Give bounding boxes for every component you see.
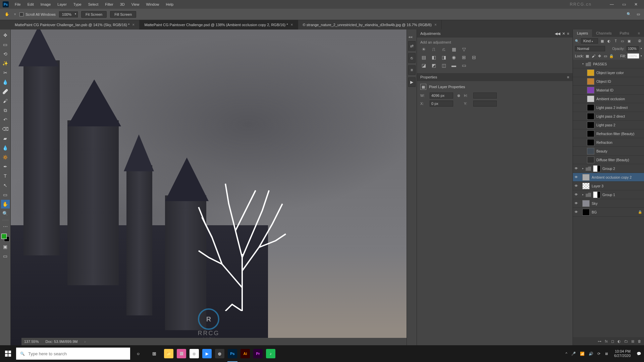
tray-wifi-icon[interactable]: 📶 — [580, 352, 585, 356]
app-illustrator[interactable]: Ai — [239, 345, 252, 362]
layer-thumbnail[interactable] — [587, 87, 594, 94]
chevron-right-icon[interactable]: › — [84, 340, 86, 344]
menu-help[interactable]: Help — [163, 1, 176, 8]
opacity-input[interactable] — [627, 46, 639, 51]
layer-thumbnail[interactable] — [582, 183, 590, 189]
brightness-contrast-icon[interactable]: ☀ — [420, 46, 427, 52]
color-lookup-icon[interactable]: ⊟ — [471, 54, 477, 60]
visibility-toggle[interactable]: 👁 — [573, 193, 580, 196]
layer-row[interactable]: Refraction — [573, 138, 644, 147]
dodge-tool[interactable]: 🔅 — [1, 153, 10, 162]
link-layers-icon[interactable]: ⊶ — [598, 339, 601, 344]
layer-thumbnail[interactable] — [587, 130, 594, 137]
threshold-icon[interactable]: ◫ — [440, 62, 447, 68]
lock-position-icon[interactable]: ✥ — [597, 54, 602, 58]
layer-thumbnail[interactable] — [582, 174, 590, 181]
visibility-toggle[interactable]: 👁 — [573, 175, 580, 179]
new-group-icon[interactable]: 🗀 — [624, 339, 628, 343]
visibility-toggle[interactable]: 👁 — [573, 167, 580, 170]
layer-filter-select[interactable]: Kind ▾ — [581, 38, 598, 44]
layer-row[interactable]: 👁Ambient occlusion copy 2 — [573, 173, 644, 182]
hue-saturation-icon[interactable]: ▤ — [420, 54, 427, 60]
quick-mask-toggle[interactable]: ▣ — [1, 242, 10, 251]
close-icon[interactable]: × — [132, 22, 135, 27]
eyedropper-tool[interactable]: 💧 — [1, 78, 10, 86]
y-input[interactable] — [473, 101, 497, 107]
filter-pixel-icon[interactable]: ▦ — [600, 39, 605, 43]
search-icon[interactable]: 🔍 — [626, 11, 632, 17]
crop-tool[interactable]: ✂ — [1, 68, 10, 77]
exposure-icon[interactable]: ▦ — [450, 46, 457, 52]
close-icon[interactable]: ✕ — [562, 32, 565, 36]
layer-row[interactable]: Light pass 2 — [573, 121, 644, 129]
vibrance-icon[interactable]: ▽ — [461, 46, 467, 52]
invert-icon[interactable]: ◪ — [420, 62, 427, 68]
app-file-explorer[interactable]: 📁 — [162, 345, 175, 362]
clone-stamp-tool[interactable]: ⧉ — [1, 106, 10, 115]
lock-artboard-icon[interactable]: ▭ — [603, 54, 608, 58]
menu-3d[interactable]: 3D — [117, 1, 127, 8]
lasso-tool[interactable]: ⟲ — [1, 50, 10, 58]
lock-transparent-icon[interactable]: ▦ — [585, 54, 590, 58]
healing-brush-tool[interactable]: 🩹 — [1, 87, 10, 96]
filter-smart-icon[interactable]: ▣ — [627, 39, 632, 43]
color-swatches[interactable] — [1, 234, 9, 242]
taskbar-search[interactable]: 🔍 Type here to search — [16, 348, 130, 360]
layer-thumbnail[interactable] — [587, 148, 594, 155]
layer-row[interactable]: Object ID — [573, 77, 644, 86]
start-button[interactable] — [0, 345, 16, 362]
link-wh-icon[interactable]: ⊗ — [456, 94, 461, 98]
layer-mask-icon[interactable]: ◻ — [611, 339, 614, 344]
gradient-map-icon[interactable]: ▬ — [450, 62, 457, 68]
fill-screen-button[interactable]: Fill Screen — [110, 11, 136, 18]
eraser-tool[interactable]: ⌫ — [1, 125, 10, 133]
menu-layer[interactable]: Layer — [55, 1, 69, 8]
levels-icon[interactable]: ⎍ — [430, 46, 437, 52]
layer-row[interactable]: 👁Layer 3 — [573, 182, 644, 190]
app-chrome[interactable]: ◉ — [188, 345, 201, 362]
layer-fx-icon[interactable]: fx — [605, 339, 608, 343]
layer-row[interactable]: ▾PASSES — [573, 60, 644, 68]
channel-mixer-icon[interactable]: ⊞ — [461, 54, 467, 60]
filter-shape-icon[interactable]: ▭ — [620, 39, 625, 43]
collapse-icon[interactable]: ◀◀ — [555, 32, 560, 36]
fit-screen-button[interactable]: Fit Screen — [81, 11, 107, 18]
pen-tool[interactable]: ✒ — [1, 162, 10, 171]
fill-input[interactable] — [627, 53, 639, 59]
scroll-all-windows-checkbox[interactable]: Scroll All Windows — [19, 12, 56, 16]
tray-display-icon[interactable]: 🖥 — [604, 352, 608, 356]
curves-icon[interactable]: ⎌ — [440, 46, 447, 52]
edit-toolbar[interactable]: ⋯ — [1, 222, 10, 231]
layer-thumbnail[interactable] — [587, 69, 594, 76]
layer-thumbnail[interactable] — [587, 96, 594, 102]
history-brush-tool[interactable]: ↶ — [1, 115, 10, 124]
menu-window[interactable]: Window — [143, 1, 162, 8]
width-input[interactable] — [430, 93, 453, 99]
rectangle-tool[interactable]: ▭ — [1, 190, 10, 199]
height-input[interactable] — [473, 93, 497, 99]
taskbar-clock[interactable]: 10:04 PM 6/27/2020 — [612, 349, 633, 358]
posterize-icon[interactable]: ◩ — [430, 62, 437, 68]
layer-mask-thumb[interactable] — [593, 191, 600, 198]
collapsed-panel-2[interactable]: ⎋ — [408, 53, 416, 63]
tray-volume-icon[interactable]: 🔊 — [589, 352, 593, 356]
layer-list[interactable]: ▾PASSESObject layer colorObject IDMateri… — [573, 60, 644, 337]
layer-row[interactable]: Diffuse filter (Beauty) — [573, 156, 644, 164]
app-zoom[interactable]: ▶ — [201, 345, 213, 362]
layer-thumbnail[interactable] — [582, 209, 590, 216]
app-photos[interactable]: 🖼 — [175, 345, 188, 362]
layer-mask-thumb[interactable] — [593, 165, 600, 172]
window-close[interactable]: ✕ — [631, 1, 641, 7]
panel-menu-icon[interactable]: ≡ — [567, 75, 569, 79]
screen-mode-toggle[interactable]: ▭ — [1, 252, 10, 260]
foreground-color-swatch[interactable] — [1, 234, 7, 239]
menu-image[interactable]: Image — [38, 1, 54, 8]
tab-channels[interactable]: Channels — [592, 29, 615, 37]
lock-pixels-icon[interactable]: 🖌 — [591, 54, 596, 58]
notifications-icon[interactable]: 💬 — [637, 352, 641, 356]
layer-thumbnail[interactable] — [582, 200, 590, 207]
app-obs[interactable]: ◎ — [213, 345, 226, 362]
color-balance-icon[interactable]: ◧ — [430, 54, 437, 60]
gradient-tool[interactable]: ▰ — [1, 134, 10, 143]
app-photoshop[interactable]: Ps — [226, 345, 239, 362]
